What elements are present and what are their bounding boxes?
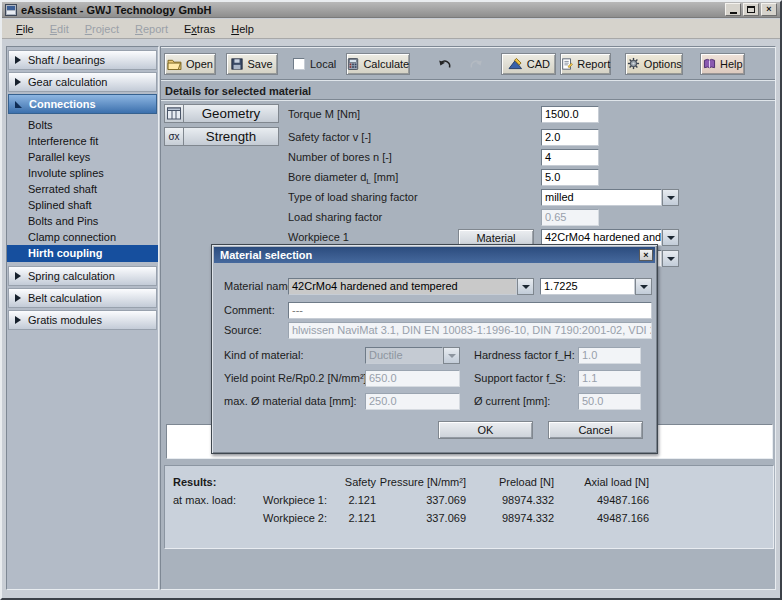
menu-report: Report: [127, 21, 176, 37]
local-checkbox-label: Local: [310, 58, 336, 70]
hardness-factor-field: 1.0: [578, 347, 641, 364]
dialog-titlebar[interactable]: Material selection ×: [214, 247, 655, 263]
results-panel: Results: Safety Pressure [N/mm²] Preload…: [164, 465, 774, 549]
collapsed-arrow-icon: [15, 272, 21, 280]
form-row-load-sharing-type: Type of load sharing factor milled: [288, 189, 769, 206]
results-row-label: at max. load:: [173, 492, 263, 509]
sidebar-section-gear-calculation[interactable]: Gear calculation: [8, 72, 157, 92]
bores-label: Number of bores n [-]: [288, 149, 392, 166]
dropdown-arrow-icon[interactable]: [662, 250, 679, 267]
dialog-row-kind: Kind of material: Ductile Hardness facto…: [212, 347, 657, 364]
form-row-torque: Torque M [Nm] 1500.0: [288, 106, 769, 123]
yield-point-field: 650.0: [365, 370, 460, 387]
app-icon: [5, 4, 17, 16]
sidebar-item-interference-fit[interactable]: Interference fit: [7, 133, 158, 149]
local-checkbox[interactable]: [293, 58, 305, 70]
sidebar-item-hirth-coupling[interactable]: Hirth coupling: [7, 245, 158, 262]
open-button[interactable]: Open: [164, 53, 216, 75]
results-column-axial-load: Axial load [N]: [554, 474, 649, 491]
undo-button[interactable]: [431, 53, 457, 75]
cad-button[interactable]: CAD: [501, 53, 556, 75]
sidebar-item-bolts[interactable]: Bolts: [7, 117, 158, 133]
safety-factor-label: Safety factor v [-]: [288, 129, 371, 146]
geometry-button[interactable]: Geometry: [184, 104, 279, 123]
bores-input[interactable]: 4: [541, 149, 599, 166]
bore-diameter-label: Bore diameter dL [mm]: [288, 169, 398, 190]
maximize-icon: [747, 6, 755, 13]
cad-drafting-icon: [508, 57, 523, 70]
dropdown-arrow-icon: [443, 347, 460, 364]
material-name-label: Material name:: [224, 278, 297, 295]
sidebar-section-spring-calculation[interactable]: Spring calculation: [8, 266, 157, 286]
load-sharing-label: Load sharing factor: [288, 209, 382, 226]
section-title: Details for selected material: [161, 85, 775, 100]
safety-factor-input[interactable]: 2.0: [541, 129, 599, 146]
sigma-stress-icon: σx: [164, 127, 184, 146]
sidebar-section-connections[interactable]: Connections: [8, 94, 157, 114]
sidebar-section-shaft-bearings[interactable]: Shaft / bearings: [8, 50, 157, 70]
form-row-bore-diameter: Bore diameter dL [mm] 5.0: [288, 169, 769, 186]
expanded-arrow-icon: [15, 101, 22, 108]
ok-button[interactable]: OK: [438, 421, 533, 439]
dropdown-arrow-icon[interactable]: [662, 229, 679, 246]
dialog-title: Material selection: [220, 249, 312, 261]
report-button[interactable]: Report: [560, 53, 611, 75]
undo-arrow-icon: [437, 57, 452, 70]
sidebar-item-parallel-keys[interactable]: Parallel keys: [7, 149, 158, 165]
bore-diameter-input[interactable]: 5.0: [541, 169, 599, 186]
dropdown-arrow-icon[interactable]: [635, 278, 652, 295]
menu-help[interactable]: Help: [223, 21, 262, 37]
material-selection-dialog: Material selection × Material name: 42Cr…: [211, 244, 658, 454]
strength-button[interactable]: Strength: [184, 127, 279, 146]
sidebar-section-gratis-modules[interactable]: Gratis modules: [8, 310, 157, 330]
current-diameter-label: Ø current [mm]:: [474, 393, 550, 410]
sidebar-item-clamp-connection[interactable]: Clamp connection: [7, 229, 158, 245]
calculate-button[interactable]: Calculate: [346, 53, 410, 75]
collapsed-arrow-icon: [15, 316, 21, 324]
torque-input[interactable]: 1500.0: [541, 106, 599, 123]
report-document-icon: [561, 58, 573, 70]
dialog-close-button[interactable]: ×: [639, 249, 653, 261]
help-button[interactable]: Help: [700, 53, 745, 75]
sidebar-section-belt-calculation[interactable]: Belt calculation: [8, 288, 157, 308]
workpiece1-axial-load: 49487.166: [554, 492, 649, 509]
dialog-row-comment: Comment: ---: [212, 302, 657, 319]
load-sharing-type-select[interactable]: milled: [541, 189, 679, 206]
close-button[interactable]: ×: [761, 3, 777, 16]
dropdown-arrow-icon[interactable]: [517, 278, 534, 295]
dialog-row-source: Source: hlwissen NaviMat 3.1, DIN EN 100…: [212, 322, 657, 339]
dialog-row-material-name: Material name: 42CrMo4 hardened and temp…: [212, 278, 657, 295]
cancel-button[interactable]: Cancel: [548, 421, 643, 439]
dropdown-arrow-icon[interactable]: [662, 189, 679, 206]
sidebar-item-splined-shaft[interactable]: Splined shaft: [7, 197, 158, 213]
sidebar-item-involute-splines[interactable]: Involute splines: [7, 165, 158, 181]
menu-extras[interactable]: Extras: [176, 21, 223, 37]
workpiece2-axial-load: 49487.166: [554, 510, 649, 527]
app-window: eAssistant - GWJ Technology GmbH × File …: [0, 0, 782, 600]
source-label: Source:: [224, 322, 262, 339]
collapsed-arrow-icon: [15, 294, 21, 302]
menu-file[interactable]: File: [8, 21, 42, 37]
maximize-button[interactable]: [743, 3, 759, 16]
material-name-select[interactable]: 42CrMo4 hardened and tempered: [288, 278, 534, 295]
minimize-button[interactable]: [725, 3, 741, 16]
gear-tool-icon: [627, 57, 640, 70]
source-field: hlwissen NaviMat 3.1, DIN EN 10083-1:199…: [288, 322, 652, 339]
material-number-select[interactable]: 1.7225: [540, 278, 652, 295]
options-button[interactable]: Options: [625, 53, 683, 75]
comment-input[interactable]: ---: [288, 302, 652, 319]
sidebar-item-bolts-and-pins[interactable]: Bolts and Pins: [7, 213, 158, 229]
max-diameter-field: 250.0: [365, 393, 460, 410]
collapsed-arrow-icon: [15, 78, 21, 86]
connections-item-list: Bolts Interference fit Parallel keys Inv…: [7, 117, 158, 262]
workpiece1-safety: 2.121: [338, 492, 376, 509]
results-title: Results:: [173, 474, 263, 491]
save-button[interactable]: Save: [226, 53, 278, 75]
close-icon: ×: [643, 251, 648, 260]
dialog-button-row: OK Cancel: [212, 421, 657, 439]
sidebar-item-serrated-shaft[interactable]: Serrated shaft: [7, 181, 158, 197]
support-factor-label: Support factor f_S:: [474, 370, 566, 387]
yield-point-label: Yield point Re/Rp0.2 [N/mm²]:: [224, 370, 370, 387]
dialog-row-yield: Yield point Re/Rp0.2 [N/mm²]: 650.0 Supp…: [212, 370, 657, 387]
support-factor-field: 1.1: [578, 370, 641, 387]
